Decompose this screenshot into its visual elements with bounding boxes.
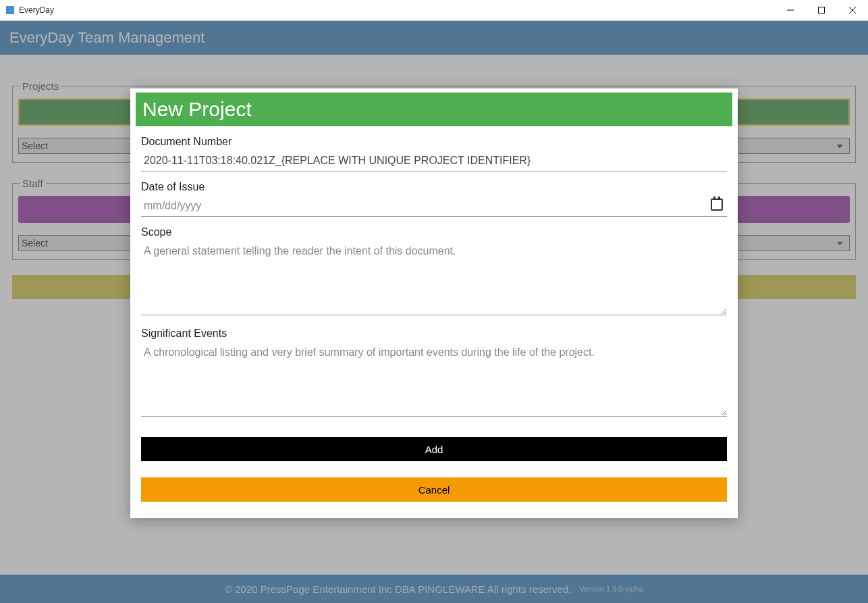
date-input[interactable] [141,196,727,217]
window-titlebar: EveryDay [0,0,868,21]
scope-label: Scope [141,226,727,238]
svg-rect-2 [819,7,825,14]
doc-number-label: Document Number [141,136,727,148]
window-controls [775,0,868,20]
window-title: EveryDay [19,5,54,15]
close-button[interactable] [837,0,868,20]
minimize-button[interactable] [775,0,806,20]
events-group: Significant Events [141,327,727,419]
close-icon [849,7,856,14]
doc-number-input[interactable] [141,151,727,172]
calendar-icon[interactable] [711,199,723,211]
modal-title: New Project [136,93,732,126]
modal-overlay: New Project Document Number Date of Issu… [0,21,868,603]
scope-textarea[interactable] [141,241,727,315]
events-textarea[interactable] [141,342,727,417]
add-button[interactable]: Add [141,437,727,461]
maximize-button[interactable] [806,0,837,20]
modal-body: Document Number Date of Issue Scope Sign… [130,136,738,419]
titlebar-left: EveryDay [5,5,54,15]
events-label: Significant Events [141,327,727,340]
svg-rect-0 [7,7,14,14]
date-group: Date of Issue [141,181,727,217]
scope-group: Scope [141,226,727,318]
new-project-modal: New Project Document Number Date of Issu… [130,88,738,518]
minimize-icon [787,7,794,14]
doc-number-group: Document Number [141,136,727,172]
cancel-button[interactable]: Cancel [141,477,727,502]
date-label: Date of Issue [141,181,727,193]
date-wrap [141,196,727,217]
maximize-icon [818,7,825,14]
app-icon [5,5,15,15]
